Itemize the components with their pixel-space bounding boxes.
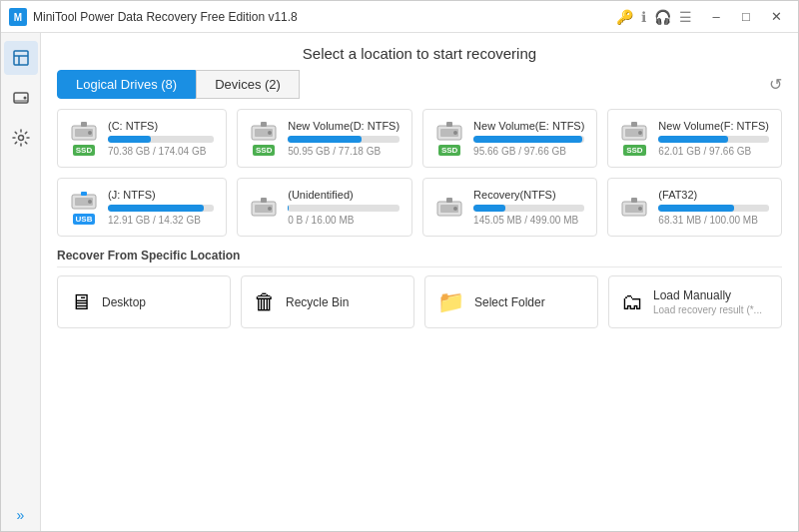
drive-size-5: 0 B / 16.00 MB bbox=[288, 215, 400, 226]
svg-point-15 bbox=[268, 131, 272, 135]
headset-icon[interactable]: 🎧 bbox=[654, 9, 671, 25]
drive-info-5: (Unidentified)0 B / 16.00 MB bbox=[288, 189, 400, 226]
svg-point-31 bbox=[268, 207, 272, 211]
drive-badge-4: USB bbox=[73, 214, 96, 225]
drive-info-3: New Volume(F: NTFS)62.01 GB / 97.66 GB bbox=[658, 120, 769, 157]
drive-bar-bg-3 bbox=[658, 136, 769, 143]
drive-icon-2: SSD bbox=[435, 121, 463, 156]
specific-location-label: Recover From Specific Location bbox=[57, 249, 782, 267]
tabs-row: Logical Drives (8) Devices (2) ↺ bbox=[41, 70, 798, 99]
key-icon[interactable]: 🔑 bbox=[616, 9, 633, 25]
drive-badge-3: SSD bbox=[623, 145, 645, 156]
drive-bar-fill-1 bbox=[288, 136, 362, 143]
drive-bar-fill-2 bbox=[473, 136, 582, 143]
drive-icon-1: SSD bbox=[250, 121, 278, 156]
drive-bar-bg-2 bbox=[473, 136, 584, 143]
locations-section: 🖥Desktop🗑Recycle Bin📁Select Folder🗂Load … bbox=[41, 275, 798, 328]
drive-card-2[interactable]: SSDNew Volume(E: NTFS)95.66 GB / 97.66 G… bbox=[422, 109, 597, 168]
svg-point-39 bbox=[638, 207, 642, 211]
drive-bar-bg-6 bbox=[473, 205, 584, 212]
drive-info-4: (J: NTFS)12.91 GB / 14.32 GB bbox=[108, 189, 214, 226]
drive-badge-1: SSD bbox=[253, 145, 275, 156]
drive-bar-fill-0 bbox=[108, 136, 151, 143]
drive-icon-5 bbox=[250, 197, 278, 219]
drive-icon-3: SSD bbox=[620, 121, 648, 156]
drive-card-5[interactable]: (Unidentified)0 B / 16.00 MB bbox=[237, 178, 412, 237]
sidebar-item-drive[interactable] bbox=[4, 81, 38, 115]
location-card-recycle[interactable]: 🗑Recycle Bin bbox=[241, 275, 414, 328]
location-name-desktop: Desktop bbox=[102, 295, 218, 309]
maximize-button[interactable]: □ bbox=[732, 6, 760, 28]
location-name-manual: Load Manually bbox=[653, 288, 769, 302]
drive-info-2: New Volume(E: NTFS)95.66 GB / 97.66 GB bbox=[473, 120, 584, 157]
tab-logical-drives[interactable]: Logical Drives (8) bbox=[57, 70, 196, 99]
location-info-desktop: Desktop bbox=[102, 295, 218, 309]
svg-point-35 bbox=[453, 207, 457, 211]
location-info-recycle: Recycle Bin bbox=[286, 295, 401, 309]
sidebar: » bbox=[1, 33, 41, 531]
drive-name-6: Recovery(NTFS) bbox=[473, 189, 584, 201]
svg-rect-16 bbox=[261, 122, 267, 127]
drive-size-0: 70.38 GB / 174.04 GB bbox=[108, 146, 214, 157]
svg-rect-12 bbox=[81, 122, 87, 127]
drive-size-4: 12.91 GB / 14.32 GB bbox=[108, 215, 214, 226]
folder-icon: 📁 bbox=[437, 289, 464, 315]
location-card-manual[interactable]: 🗂Load ManuallyLoad recovery result (*... bbox=[608, 275, 782, 328]
desktop-icon: 🖥 bbox=[70, 289, 92, 315]
app-title: MiniTool Power Data Recovery Free Editio… bbox=[33, 10, 616, 24]
svg-rect-20 bbox=[446, 122, 452, 127]
drive-size-6: 145.05 MB / 499.00 MB bbox=[473, 215, 584, 226]
refresh-button[interactable]: ↺ bbox=[769, 75, 782, 94]
drive-bar-fill-6 bbox=[473, 205, 505, 212]
location-info-folder: Select Folder bbox=[474, 295, 585, 309]
drive-badge-0: SSD bbox=[73, 145, 95, 156]
drive-name-1: New Volume(D: NTFS) bbox=[288, 120, 400, 132]
drive-bar-fill-4 bbox=[108, 205, 204, 212]
drive-bar-bg-7 bbox=[658, 205, 769, 212]
svg-rect-32 bbox=[261, 198, 267, 203]
drive-size-7: 68.31 MB / 100.00 MB bbox=[658, 215, 769, 226]
drive-name-2: New Volume(E: NTFS) bbox=[473, 120, 584, 132]
location-card-desktop[interactable]: 🖥Desktop bbox=[57, 275, 231, 328]
drive-card-3[interactable]: SSDNew Volume(F: NTFS)62.01 GB / 97.66 G… bbox=[607, 109, 782, 168]
location-name-folder: Select Folder bbox=[474, 295, 585, 309]
manual-icon: 🗂 bbox=[621, 289, 643, 315]
menu-icon[interactable]: ☰ bbox=[679, 9, 692, 25]
svg-text:M: M bbox=[14, 12, 22, 23]
title-icon-group: 🔑 ℹ 🎧 ☰ bbox=[616, 9, 692, 25]
drive-card-4[interactable]: USB(J: NTFS)12.91 GB / 14.32 GB bbox=[57, 178, 227, 237]
svg-rect-36 bbox=[446, 198, 452, 203]
drive-card-6[interactable]: Recovery(NTFS)145.05 MB / 499.00 MB bbox=[422, 178, 597, 237]
drive-bar-fill-7 bbox=[658, 205, 733, 212]
svg-point-23 bbox=[638, 131, 642, 135]
location-card-folder[interactable]: 📁Select Folder bbox=[424, 275, 598, 328]
drive-icon-4: USB bbox=[70, 190, 98, 225]
drive-icon-7 bbox=[620, 197, 648, 219]
sidebar-expand-button[interactable]: » bbox=[17, 507, 25, 523]
drive-name-0: (C: NTFS) bbox=[108, 120, 214, 132]
drive-info-7: (FAT32)68.31 MB / 100.00 MB bbox=[658, 189, 769, 226]
sidebar-item-settings[interactable] bbox=[4, 121, 38, 155]
drive-info-6: Recovery(NTFS)145.05 MB / 499.00 MB bbox=[473, 189, 584, 226]
tab-devices[interactable]: Devices (2) bbox=[196, 70, 300, 99]
drive-name-3: New Volume(F: NTFS) bbox=[658, 120, 769, 132]
svg-rect-40 bbox=[631, 198, 637, 203]
close-button[interactable]: ✕ bbox=[762, 6, 790, 28]
drive-bar-fill-3 bbox=[658, 136, 728, 143]
drive-card-1[interactable]: SSDNew Volume(D: NTFS)50.95 GB / 77.18 G… bbox=[237, 109, 412, 168]
minimize-button[interactable]: – bbox=[702, 6, 730, 28]
content-area: Select a location to start recovering Lo… bbox=[41, 33, 798, 531]
svg-rect-28 bbox=[81, 192, 87, 196]
drive-info-1: New Volume(D: NTFS)50.95 GB / 77.18 GB bbox=[288, 120, 400, 157]
drive-size-3: 62.01 GB / 97.66 GB bbox=[658, 146, 769, 157]
app-icon: M bbox=[9, 8, 27, 26]
drive-card-7[interactable]: (FAT32)68.31 MB / 100.00 MB bbox=[607, 178, 782, 237]
svg-point-6 bbox=[23, 97, 26, 100]
sidebar-item-home[interactable] bbox=[4, 41, 38, 75]
info-icon[interactable]: ℹ bbox=[641, 9, 646, 25]
drive-bar-bg-4 bbox=[108, 205, 214, 212]
window-controls: – □ ✕ bbox=[702, 6, 790, 28]
drive-badge-2: SSD bbox=[438, 145, 460, 156]
drive-card-0[interactable]: SSD(C: NTFS)70.38 GB / 174.04 GB bbox=[57, 109, 227, 168]
drive-icon-0: SSD bbox=[70, 121, 98, 156]
